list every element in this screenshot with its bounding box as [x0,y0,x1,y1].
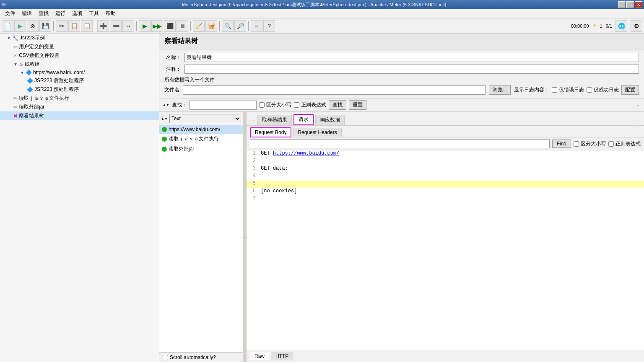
line-num-3: 3 [247,165,259,171]
result-item-read-jar[interactable]: 读取外部jar [159,144,243,154]
baidu-icon: 🔷 [26,70,32,75]
start-button[interactable]: ▶ [139,20,151,32]
find-regex-checkbox[interactable] [608,141,614,147]
fraction-display: 0/1 [606,23,612,28]
list-button[interactable]: ≡ [251,20,262,32]
subtab-request-body[interactable]: Request Body [250,127,291,137]
tab-request[interactable]: 请求 [293,114,314,125]
sidebar-item-read-java[interactable]: ✏ 读取ｊａｖａ文件执行 [0,94,159,103]
expand-button[interactable]: ➕ [97,20,109,32]
case-sensitive-label: 区分大小写 [266,101,291,109]
menu-file[interactable]: 文件 [2,9,18,18]
line-num-6: 6 [247,188,259,194]
maximize-button[interactable]: □ [626,1,634,8]
code-line-7: 7 [247,196,644,203]
line-num-5: 5 [247,181,259,186]
name-input[interactable] [184,53,639,62]
close-plan-button[interactable]: ⊗ [27,20,39,32]
browse-button[interactable]: 浏览... [489,85,511,95]
result-item-baidu[interactable]: https://www.baidu.com/ [159,125,243,134]
search-button[interactable]: 🔍 [222,20,234,32]
remote-button[interactable]: 🌐 [615,20,627,32]
bottom-tab-http[interactable]: HTTP [271,352,293,360]
subtab-request-headers[interactable]: Request Headers [293,128,341,137]
comment-input[interactable] [184,65,639,74]
regex-checkbox[interactable] [294,102,299,108]
help-button[interactable]: ? [263,20,275,32]
sidebar-item-baidu-label: https://www.baidu.com/ [33,70,85,75]
sidebar-item-baidu[interactable]: ▼ 🔷 https://www.baidu.com/ [0,69,159,76]
code-content-1: GET https://www.baidu.com/ [259,150,644,156]
menu-find[interactable]: 查找 [35,9,52,18]
case-sensitive-check[interactable]: 区分大小写 [259,101,291,109]
find-button[interactable]: 查找 [329,100,346,110]
file-section-label: 所有数据写入一个文件 [164,76,639,83]
file-input[interactable] [183,85,486,95]
stop-button[interactable]: ⬛ [164,20,176,32]
sidebar-item-thread-group[interactable]: ▼ ⚙ 线程组 [0,60,159,69]
menu-tools[interactable]: 工具 [86,9,102,18]
sep3 [136,21,137,31]
collapse-button[interactable]: ➖ [110,20,122,32]
menu-edit[interactable]: 编辑 [18,9,35,18]
cut-button[interactable]: ✂ [56,20,68,32]
shutdown-button[interactable]: ⏹ [177,20,188,32]
start-no-pause-button[interactable]: ▶▶ [151,20,163,32]
error-log-checkbox[interactable] [552,87,557,93]
sidebar-item-csv[interactable]: ✂ CSV数据文件设置 [0,51,159,60]
result-item-read-java-label: 读取ｊａｖａ文件执行 [169,135,219,142]
find-case-checkbox[interactable] [574,141,579,147]
sidebar-item-jsr223[interactable]: ▼ 🔧 Jsr223示例 [0,34,159,42]
result-down-arrow: ▼ [164,117,168,121]
sidebar-item-user-vars[interactable]: ✂ 用户定义的变量 [0,42,159,51]
minimize-button[interactable]: ─ [618,1,626,8]
sidebar-item-jsr223-post[interactable]: 🔷 JSR223 后置处理程序 [0,76,159,85]
regex-check[interactable]: 正则表达式 [294,101,326,109]
reset-button[interactable]: 🔎 [234,20,246,32]
text-format-select[interactable]: Text RegExp Tester CSS/JQuery Tester XPa… [169,114,241,123]
clear-button[interactable]: 🧹 [193,20,205,32]
copy-button[interactable]: 📋 [68,20,80,32]
url-link[interactable]: https://www.baidu.com/ [273,150,339,156]
open-button[interactable]: ▶ [14,20,26,32]
horizontal-drag-handle[interactable]: ⋮ [243,112,247,362]
find-regex-check[interactable]: 正则表达式 [608,140,641,147]
window-title: MeterSphere-test.jmx (F:\apache-jmeter-5… [10,2,618,8]
clear-all-button[interactable]: 🧺 [205,20,217,32]
bottom-tab-raw[interactable]: Raw [250,352,269,360]
config-button[interactable]: 配置 [621,85,639,95]
down-arrow: ▼ [166,103,169,107]
sidebar-item-read-java-label: 读取ｊａｖａ文件执行 [19,95,69,102]
error-log-check[interactable]: 仅错误日志 [552,86,584,93]
reset-button[interactable]: 重置 [349,100,366,110]
options-button2[interactable]: ⚙ [631,20,642,32]
save-button[interactable]: 💾 [39,20,51,32]
root-icon: 🔧 [12,35,18,41]
success-log-check[interactable]: 仅成功日志 [587,86,619,93]
search-input[interactable] [190,101,257,110]
tab-sampler-results[interactable]: 取样器结果 [257,115,292,125]
close-button[interactable]: ✕ [635,1,642,8]
sidebar-item-read-jar[interactable]: ✏ 读取外部jar [0,103,159,111]
paste-button[interactable]: 📋 [81,20,93,32]
find-code-button[interactable]: Find [552,140,571,148]
code-content-3: GET data: [259,165,644,171]
scroll-auto-checkbox[interactable] [163,355,168,360]
tab-response[interactable]: 响应数据 [315,115,345,125]
sidebar-item-view-results[interactable]: ✖ 察看结果树 [0,111,159,120]
find-input[interactable] [250,139,550,148]
menu-options[interactable]: 选项 [69,9,86,18]
sidebar-item-jsr223-pre[interactable]: 🔷 JSR223 预处理程序 [0,85,159,94]
success-log-checkbox[interactable] [587,87,592,93]
menu-run[interactable]: 运行 [52,9,69,18]
result-item-read-java[interactable]: 读取ｊａｖａ文件执行 [159,134,243,144]
new-button[interactable]: 📄 [2,20,13,32]
menu-help[interactable]: 帮助 [102,9,119,18]
toggle-button[interactable]: ↔ [122,20,134,32]
find-case-check[interactable]: 区分大小写 [574,140,606,147]
window-controls[interactable]: ─ □ ✕ [618,1,642,8]
timer-display: 00:00:00 [571,23,589,28]
case-sensitive-checkbox[interactable] [259,102,265,108]
sidebar-item-view-results-label: 察看结果树 [19,112,44,119]
sidebar-item-jsr223-label: Jsr223示例 [20,34,45,41]
